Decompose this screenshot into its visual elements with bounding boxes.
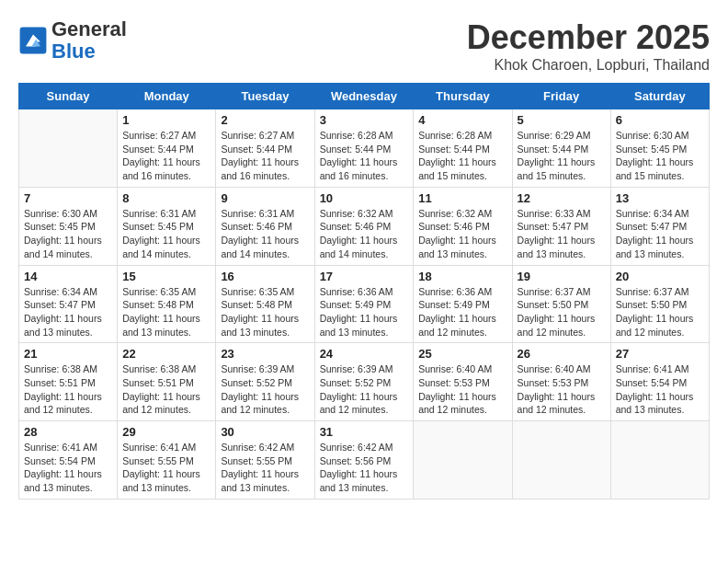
- calendar-cell: 19Sunrise: 6:37 AM Sunset: 5:50 PM Dayli…: [512, 265, 610, 343]
- month-title: December 2025: [467, 18, 710, 57]
- calendar-cell: 4Sunrise: 6:28 AM Sunset: 5:44 PM Daylig…: [414, 109, 512, 188]
- day-info: Sunrise: 6:28 AM Sunset: 5:44 PM Dayligh…: [418, 129, 506, 183]
- calendar-cell: [19, 109, 118, 188]
- day-number: 1: [122, 113, 210, 127]
- calendar-cell: 20Sunrise: 6:37 AM Sunset: 5:50 PM Dayli…: [610, 265, 709, 343]
- day-number: 15: [122, 270, 210, 283]
- logo-general: General: [51, 17, 127, 40]
- day-number: 5: [518, 113, 606, 127]
- day-number: 24: [320, 347, 409, 361]
- day-number: 18: [418, 270, 506, 283]
- day-number: 8: [122, 191, 210, 205]
- day-info: Sunrise: 6:28 AM Sunset: 5:44 PM Dayligh…: [320, 129, 409, 183]
- calendar-cell: 28Sunrise: 6:41 AM Sunset: 5:54 PM Dayli…: [19, 421, 118, 500]
- day-number: 4: [418, 113, 506, 127]
- calendar-week-1: 1Sunrise: 6:27 AM Sunset: 5:44 PM Daylig…: [19, 109, 710, 188]
- day-info: Sunrise: 6:41 AM Sunset: 5:54 PM Dayligh…: [616, 362, 704, 417]
- logo: General Blue: [18, 18, 127, 63]
- day-info: Sunrise: 6:40 AM Sunset: 5:53 PM Dayligh…: [518, 362, 606, 417]
- logo-blue: Blue: [51, 40, 96, 63]
- day-number: 14: [24, 270, 112, 283]
- title-area: December 2025 Khok Charoen, Lopburi, Tha…: [467, 18, 710, 74]
- calendar-week-2: 7Sunrise: 6:30 AM Sunset: 5:45 PM Daylig…: [19, 187, 710, 265]
- calendar-cell: 22Sunrise: 6:38 AM Sunset: 5:51 PM Dayli…: [118, 343, 216, 421]
- day-info: Sunrise: 6:36 AM Sunset: 5:49 PM Dayligh…: [418, 285, 506, 339]
- calendar-week-4: 21Sunrise: 6:38 AM Sunset: 5:51 PM Dayli…: [19, 343, 710, 421]
- day-header-friday: Friday: [512, 84, 610, 109]
- day-header-thursday: Thursday: [414, 84, 512, 109]
- day-header-monday: Monday: [118, 84, 216, 109]
- day-number: 28: [24, 425, 112, 439]
- day-number: 3: [320, 113, 409, 127]
- calendar-cell: 10Sunrise: 6:32 AM Sunset: 5:46 PM Dayli…: [314, 187, 414, 265]
- day-number: 29: [122, 425, 210, 439]
- calendar-cell: 9Sunrise: 6:31 AM Sunset: 5:46 PM Daylig…: [216, 187, 314, 265]
- calendar-cell: 23Sunrise: 6:39 AM Sunset: 5:52 PM Dayli…: [216, 343, 314, 421]
- calendar-cell: 13Sunrise: 6:34 AM Sunset: 5:47 PM Dayli…: [610, 187, 709, 265]
- calendar-cell: 8Sunrise: 6:31 AM Sunset: 5:45 PM Daylig…: [118, 187, 216, 265]
- day-number: 22: [122, 347, 210, 361]
- day-info: Sunrise: 6:30 AM Sunset: 5:45 PM Dayligh…: [24, 207, 112, 261]
- calendar-cell: [414, 421, 512, 500]
- day-info: Sunrise: 6:39 AM Sunset: 5:52 PM Dayligh…: [320, 362, 409, 417]
- calendar-cell: 21Sunrise: 6:38 AM Sunset: 5:51 PM Dayli…: [19, 343, 118, 421]
- day-info: Sunrise: 6:29 AM Sunset: 5:44 PM Dayligh…: [518, 129, 606, 183]
- calendar-cell: 30Sunrise: 6:42 AM Sunset: 5:55 PM Dayli…: [216, 421, 314, 500]
- day-info: Sunrise: 6:41 AM Sunset: 5:54 PM Dayligh…: [24, 441, 112, 495]
- calendar-cell: 25Sunrise: 6:40 AM Sunset: 5:53 PM Dayli…: [414, 343, 512, 421]
- calendar-cell: 14Sunrise: 6:34 AM Sunset: 5:47 PM Dayli…: [19, 265, 118, 343]
- day-number: 2: [221, 113, 309, 127]
- day-number: 13: [616, 191, 704, 205]
- day-number: 27: [616, 347, 704, 361]
- calendar-cell: 1Sunrise: 6:27 AM Sunset: 5:44 PM Daylig…: [118, 109, 216, 188]
- day-number: 19: [518, 270, 606, 283]
- day-info: Sunrise: 6:27 AM Sunset: 5:44 PM Dayligh…: [122, 129, 210, 183]
- day-number: 23: [221, 347, 309, 361]
- calendar-cell: 3Sunrise: 6:28 AM Sunset: 5:44 PM Daylig…: [314, 109, 414, 188]
- day-number: 21: [24, 347, 112, 361]
- day-info: Sunrise: 6:34 AM Sunset: 5:47 PM Dayligh…: [24, 285, 112, 339]
- day-info: Sunrise: 6:35 AM Sunset: 5:48 PM Dayligh…: [122, 285, 210, 339]
- calendar-cell: [610, 421, 709, 500]
- calendar-cell: 27Sunrise: 6:41 AM Sunset: 5:54 PM Dayli…: [610, 343, 709, 421]
- calendar-cell: 31Sunrise: 6:42 AM Sunset: 5:56 PM Dayli…: [314, 421, 414, 500]
- day-number: 10: [320, 191, 409, 205]
- day-info: Sunrise: 6:27 AM Sunset: 5:44 PM Dayligh…: [221, 129, 309, 183]
- day-number: 9: [221, 191, 309, 205]
- calendar-cell: 6Sunrise: 6:30 AM Sunset: 5:45 PM Daylig…: [610, 109, 709, 188]
- day-info: Sunrise: 6:37 AM Sunset: 5:50 PM Dayligh…: [616, 285, 704, 339]
- day-info: Sunrise: 6:33 AM Sunset: 5:47 PM Dayligh…: [518, 207, 606, 261]
- day-header-saturday: Saturday: [610, 84, 709, 109]
- day-number: 11: [418, 191, 506, 205]
- day-number: 30: [221, 425, 309, 439]
- day-number: 7: [24, 191, 112, 205]
- calendar-table: SundayMondayTuesdayWednesdayThursdayFrid…: [18, 83, 710, 500]
- calendar-cell: 5Sunrise: 6:29 AM Sunset: 5:44 PM Daylig…: [512, 109, 610, 188]
- day-info: Sunrise: 6:31 AM Sunset: 5:45 PM Dayligh…: [122, 207, 210, 261]
- calendar-cell: 15Sunrise: 6:35 AM Sunset: 5:48 PM Dayli…: [118, 265, 216, 343]
- day-info: Sunrise: 6:37 AM Sunset: 5:50 PM Dayligh…: [518, 285, 606, 339]
- day-info: Sunrise: 6:41 AM Sunset: 5:55 PM Dayligh…: [122, 441, 210, 495]
- day-info: Sunrise: 6:40 AM Sunset: 5:53 PM Dayligh…: [418, 362, 506, 417]
- day-info: Sunrise: 6:39 AM Sunset: 5:52 PM Dayligh…: [221, 362, 309, 417]
- day-number: 26: [518, 347, 606, 361]
- calendar-cell: 17Sunrise: 6:36 AM Sunset: 5:49 PM Dayli…: [314, 265, 414, 343]
- day-info: Sunrise: 6:35 AM Sunset: 5:48 PM Dayligh…: [221, 285, 309, 339]
- calendar-cell: 18Sunrise: 6:36 AM Sunset: 5:49 PM Dayli…: [414, 265, 512, 343]
- day-info: Sunrise: 6:38 AM Sunset: 5:51 PM Dayligh…: [24, 362, 112, 417]
- day-info: Sunrise: 6:38 AM Sunset: 5:51 PM Dayligh…: [122, 362, 210, 417]
- calendar-week-5: 28Sunrise: 6:41 AM Sunset: 5:54 PM Dayli…: [19, 421, 710, 500]
- days-header-row: SundayMondayTuesdayWednesdayThursdayFrid…: [19, 84, 710, 109]
- calendar-cell: [512, 421, 610, 500]
- calendar-cell: 12Sunrise: 6:33 AM Sunset: 5:47 PM Dayli…: [512, 187, 610, 265]
- day-info: Sunrise: 6:30 AM Sunset: 5:45 PM Dayligh…: [616, 129, 704, 183]
- day-number: 16: [221, 270, 309, 283]
- day-number: 31: [320, 425, 409, 439]
- calendar-cell: 7Sunrise: 6:30 AM Sunset: 5:45 PM Daylig…: [19, 187, 118, 265]
- location: Khok Charoen, Lopburi, Thailand: [467, 57, 710, 74]
- calendar-cell: 2Sunrise: 6:27 AM Sunset: 5:44 PM Daylig…: [216, 109, 314, 188]
- calendar-cell: 11Sunrise: 6:32 AM Sunset: 5:46 PM Dayli…: [414, 187, 512, 265]
- calendar-week-3: 14Sunrise: 6:34 AM Sunset: 5:47 PM Dayli…: [19, 265, 710, 343]
- page-header: General Blue December 2025 Khok Charoen,…: [18, 18, 710, 74]
- day-number: 12: [518, 191, 606, 205]
